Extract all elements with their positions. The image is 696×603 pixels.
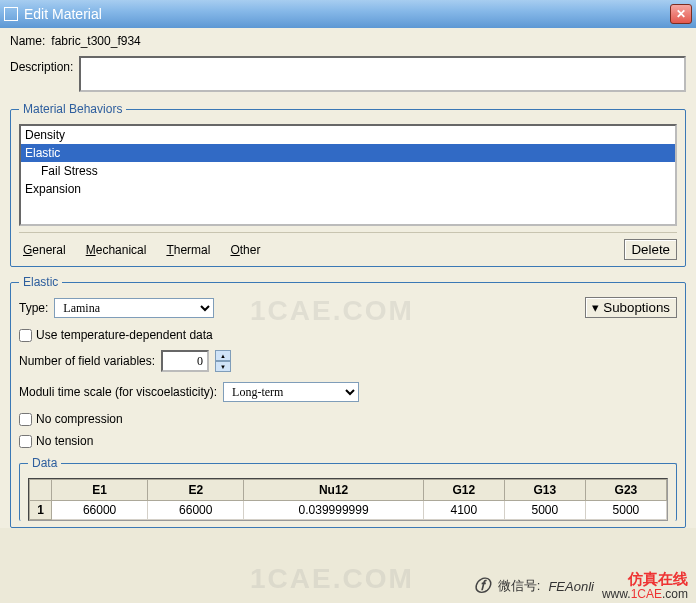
table-header[interactable]: G13 (504, 480, 585, 501)
spinner-up[interactable]: ▲ (215, 350, 231, 361)
app-icon (4, 7, 18, 21)
row-number[interactable]: 1 (30, 501, 52, 520)
bottom-overlay: ⓕ 微信号: FEAonli 仿真在线 www.1CAE.com (474, 571, 688, 601)
close-icon: ✕ (676, 7, 686, 21)
row-header-corner (30, 480, 52, 501)
overlay-url: www.1CAE.com (602, 588, 688, 601)
data-fieldset: Data E1E2Nu12G12G13G23 166000660000.0399… (19, 456, 677, 521)
type-select[interactable]: Lamina (54, 298, 214, 318)
table-cell[interactable]: 0.039999999 (244, 501, 423, 520)
behaviors-item[interactable]: Elastic (21, 144, 675, 162)
dialog-body: Name: fabric_t300_f934 Description: Mate… (0, 28, 696, 528)
menu-other[interactable]: Other (226, 241, 264, 259)
description-label: Description: (10, 56, 73, 74)
num-vars-label: Number of field variables: (19, 354, 155, 368)
table-cell[interactable]: 66000 (148, 501, 244, 520)
elastic-fieldset: Elastic Type: Lamina ▾ Suboptions Use te… (10, 275, 686, 528)
temp-dep-label: Use temperature-dependent data (36, 328, 213, 342)
no-tension-checkbox[interactable] (19, 435, 32, 448)
moduli-label: Moduli time scale (for viscoelasticity): (19, 385, 217, 399)
table-header[interactable]: Nu12 (244, 480, 423, 501)
table-cell[interactable]: 4100 (423, 501, 504, 520)
overlay-fea: FEAonli (548, 579, 594, 594)
overlay-title: 仿真在线 (628, 571, 688, 588)
no-compression-label: No compression (36, 412, 123, 426)
overlay-wx: 微信号: (498, 577, 541, 595)
delete-button[interactable]: Delete (624, 239, 677, 260)
close-button[interactable]: ✕ (670, 4, 692, 24)
name-row: Name: fabric_t300_f934 (10, 34, 686, 48)
type-label: Type: (19, 301, 48, 315)
watermark: 1CAE.COM (250, 563, 414, 595)
menu-general[interactable]: General (19, 241, 70, 259)
table-cell[interactable]: 5000 (504, 501, 585, 520)
table-header[interactable]: E2 (148, 480, 244, 501)
behaviors-list[interactable]: DensityElasticFail StressExpansion (19, 124, 677, 226)
data-legend: Data (28, 456, 61, 470)
moduli-row: Moduli time scale (for viscoelasticity):… (19, 382, 677, 402)
description-row: Description: (10, 56, 686, 92)
table-cell[interactable]: 66000 (52, 501, 148, 520)
table-header[interactable]: E1 (52, 480, 148, 501)
no-compression-row: No compression (19, 412, 677, 426)
moduli-select[interactable]: Long-term (223, 382, 359, 402)
behaviors-item[interactable]: Expansion (21, 180, 675, 198)
window-title: Edit Material (24, 6, 670, 22)
temp-dep-checkbox[interactable] (19, 329, 32, 342)
temp-dep-row: Use temperature-dependent data (19, 328, 677, 342)
data-table-wrap: E1E2Nu12G12G13G23 166000660000.039999999… (28, 478, 668, 521)
no-compression-checkbox[interactable] (19, 413, 32, 426)
overlay-logo: ⓕ (474, 576, 490, 597)
num-vars-spinner: ▲ ▼ (215, 350, 231, 372)
behaviors-item[interactable]: Density (21, 126, 675, 144)
name-value: fabric_t300_f934 (51, 34, 140, 48)
behaviors-fieldset: Material Behaviors DensityElasticFail St… (10, 102, 686, 267)
no-tension-row: No tension (19, 434, 677, 448)
behaviors-item[interactable]: Fail Stress (21, 162, 675, 180)
suboptions-label: Suboptions (603, 300, 670, 315)
num-vars-row: Number of field variables: ▲ ▼ (19, 350, 677, 372)
table-header[interactable]: G12 (423, 480, 504, 501)
spinner-down[interactable]: ▼ (215, 361, 231, 372)
table-row[interactable]: 166000660000.039999999410050005000 (30, 501, 667, 520)
menu-mechanical[interactable]: Mechanical (82, 241, 151, 259)
no-tension-label: No tension (36, 434, 93, 448)
elastic-legend: Elastic (19, 275, 62, 289)
suboptions-button[interactable]: ▾ Suboptions (585, 297, 677, 318)
menu-row: General Mechanical Thermal Other Delete (19, 232, 677, 260)
type-row: Type: Lamina ▾ Suboptions (19, 297, 677, 318)
name-label: Name: (10, 34, 45, 48)
table-cell[interactable]: 5000 (585, 501, 666, 520)
data-table[interactable]: E1E2Nu12G12G13G23 166000660000.039999999… (29, 479, 667, 520)
num-vars-input[interactable] (161, 350, 209, 372)
behaviors-legend: Material Behaviors (19, 102, 126, 116)
description-input[interactable] (79, 56, 686, 92)
caret-down-icon: ▾ (592, 300, 599, 315)
menu-thermal[interactable]: Thermal (162, 241, 214, 259)
titlebar: Edit Material ✕ (0, 0, 696, 28)
table-header[interactable]: G23 (585, 480, 666, 501)
